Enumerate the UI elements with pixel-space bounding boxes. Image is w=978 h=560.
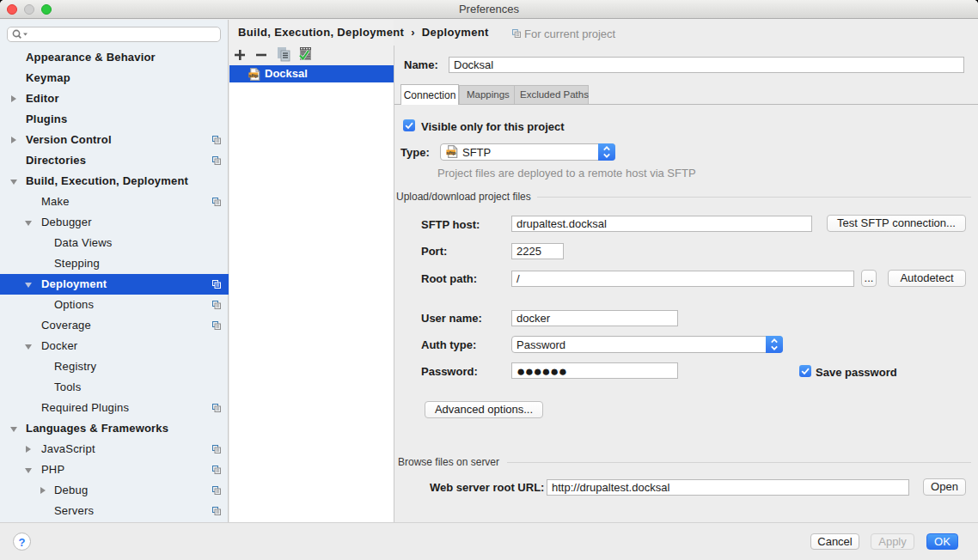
svg-text:sftp: sftp bbox=[248, 72, 259, 78]
svg-text:sftp: sftp bbox=[446, 149, 456, 155]
